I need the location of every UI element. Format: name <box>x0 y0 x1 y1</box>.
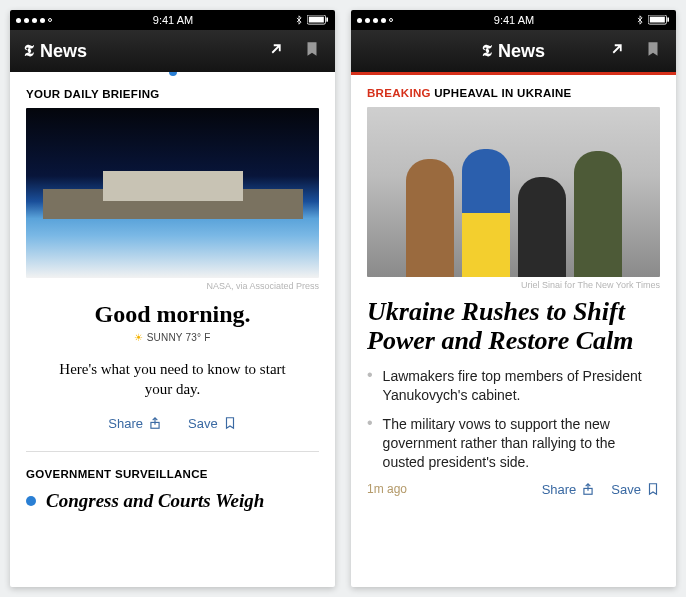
bookmark-outline-icon <box>223 416 237 430</box>
sun-icon: ☀ <box>134 332 143 343</box>
bullet-dot-icon <box>26 496 36 506</box>
content-right: BREAKING UPHEAVAL IN UKRAINE Uriel Sinai… <box>351 75 676 587</box>
nav-bar: 𝕿 News <box>351 30 676 72</box>
svg-rect-2 <box>326 18 328 22</box>
status-time: 9:41 AM <box>153 14 193 26</box>
share-button[interactable]: Share <box>542 482 596 497</box>
breaking-kicker: BREAKING UPHEAVAL IN UKRAINE <box>367 87 660 99</box>
open-external-button[interactable] <box>608 40 626 62</box>
save-button[interactable]: Save <box>188 416 237 431</box>
nav-bar: 𝕿 News <box>10 30 335 72</box>
phone-right: 9:41 AM 𝕿 News BREAKING UPHEAVAL IN UKRA… <box>351 10 676 587</box>
bullet-item: The military vows to support the new gov… <box>367 415 660 472</box>
svg-rect-5 <box>650 17 665 23</box>
brand[interactable]: 𝕿 News <box>24 41 87 62</box>
signal-dots <box>357 18 393 23</box>
section-label: GOVERNMENT SURVEILLANCE <box>26 468 319 480</box>
status-bar: 9:41 AM <box>10 10 335 30</box>
svg-rect-6 <box>667 18 669 22</box>
nav-title: News <box>498 41 545 62</box>
intro-text: Here's what you need to know to start yo… <box>44 359 301 400</box>
battery-icon <box>648 15 670 25</box>
bookmark-outline-icon <box>646 482 660 496</box>
article-headline[interactable]: Ukraine Rushes to Shift Power and Restor… <box>367 298 660 355</box>
nyt-logo-icon: 𝕿 <box>24 42 34 60</box>
figure-person <box>406 159 454 277</box>
time-ago: 1m ago <box>367 482 407 496</box>
weather-line: ☀SUNNY 73° F <box>26 332 319 343</box>
svg-rect-1 <box>309 17 324 23</box>
divider <box>26 451 319 452</box>
story-title: Congress and Courts Weigh <box>46 490 264 513</box>
save-button[interactable]: Save <box>611 482 660 497</box>
bookmark-icon <box>644 40 662 58</box>
bookmark-icon <box>303 40 321 58</box>
arrow-up-right-icon <box>267 40 285 58</box>
share-icon <box>148 416 162 430</box>
photo-credit: Uriel Sinai for The New York Times <box>367 280 660 290</box>
bookmark-button[interactable] <box>644 40 662 62</box>
hero-image-ukraine[interactable] <box>367 107 660 277</box>
status-bar: 9:41 AM <box>351 10 676 30</box>
status-time: 9:41 AM <box>494 14 534 26</box>
photo-credit: NASA, via Associated Press <box>26 281 319 291</box>
figure-person <box>574 151 622 277</box>
briefing-actions: Share Save <box>26 416 319 431</box>
hero-image-iss[interactable] <box>26 108 319 278</box>
figure-person <box>518 177 566 277</box>
status-right <box>294 15 329 25</box>
share-icon <box>581 482 595 496</box>
brand[interactable]: 𝕿 News <box>482 41 545 62</box>
greeting-headline: Good morning. <box>26 301 319 328</box>
figure-person-flag <box>462 149 510 277</box>
battery-icon <box>307 15 329 25</box>
content-left: YOUR DAILY BRIEFING NASA, via Associated… <box>10 76 335 587</box>
share-button[interactable]: Share <box>108 416 162 431</box>
bullet-item: Lawmakers fire top members of President … <box>367 367 660 405</box>
bluetooth-icon <box>635 15 645 25</box>
story-row[interactable]: Congress and Courts Weigh <box>26 490 319 513</box>
nyt-logo-icon: 𝕿 <box>482 42 492 60</box>
briefing-kicker: YOUR DAILY BRIEFING <box>26 88 319 100</box>
nav-title: News <box>40 41 87 62</box>
meta-row: 1m ago Share Save <box>367 482 660 497</box>
arrow-up-right-icon <box>608 40 626 58</box>
bluetooth-icon <box>294 15 304 25</box>
open-external-button[interactable] <box>267 40 285 62</box>
status-right <box>635 15 670 25</box>
bookmark-button[interactable] <box>303 40 321 62</box>
summary-bullets: Lawmakers fire top members of President … <box>367 367 660 471</box>
signal-dots <box>16 18 52 23</box>
phone-left: 9:41 AM 𝕿 News YOUR DAILY BRIEFING NASA,… <box>10 10 335 587</box>
